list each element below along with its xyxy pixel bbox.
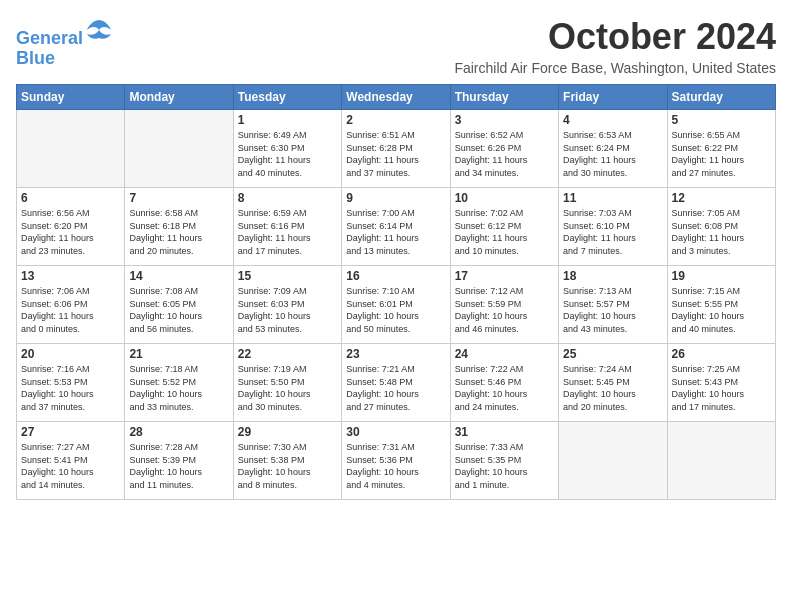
calendar-cell: 3Sunrise: 6:52 AM Sunset: 6:26 PM Daylig… bbox=[450, 110, 558, 188]
day-info: Sunrise: 7:30 AM Sunset: 5:38 PM Dayligh… bbox=[238, 441, 337, 491]
calendar-cell: 1Sunrise: 6:49 AM Sunset: 6:30 PM Daylig… bbox=[233, 110, 341, 188]
day-info: Sunrise: 7:08 AM Sunset: 6:05 PM Dayligh… bbox=[129, 285, 228, 335]
logo-blue-text: Blue bbox=[16, 49, 113, 69]
day-info: Sunrise: 7:09 AM Sunset: 6:03 PM Dayligh… bbox=[238, 285, 337, 335]
calendar-cell: 12Sunrise: 7:05 AM Sunset: 6:08 PM Dayli… bbox=[667, 188, 775, 266]
logo-text: General bbox=[16, 16, 113, 49]
day-info: Sunrise: 6:53 AM Sunset: 6:24 PM Dayligh… bbox=[563, 129, 662, 179]
calendar-cell: 18Sunrise: 7:13 AM Sunset: 5:57 PM Dayli… bbox=[559, 266, 667, 344]
day-info: Sunrise: 6:58 AM Sunset: 6:18 PM Dayligh… bbox=[129, 207, 228, 257]
calendar-week-row: 13Sunrise: 7:06 AM Sunset: 6:06 PM Dayli… bbox=[17, 266, 776, 344]
calendar-day-header: Wednesday bbox=[342, 85, 450, 110]
day-info: Sunrise: 6:55 AM Sunset: 6:22 PM Dayligh… bbox=[672, 129, 771, 179]
calendar-week-row: 20Sunrise: 7:16 AM Sunset: 5:53 PM Dayli… bbox=[17, 344, 776, 422]
calendar-day-header: Sunday bbox=[17, 85, 125, 110]
day-number: 4 bbox=[563, 113, 662, 127]
day-number: 3 bbox=[455, 113, 554, 127]
calendar-cell: 30Sunrise: 7:31 AM Sunset: 5:36 PM Dayli… bbox=[342, 422, 450, 500]
day-info: Sunrise: 7:05 AM Sunset: 6:08 PM Dayligh… bbox=[672, 207, 771, 257]
day-number: 20 bbox=[21, 347, 120, 361]
day-number: 17 bbox=[455, 269, 554, 283]
day-number: 12 bbox=[672, 191, 771, 205]
calendar-cell bbox=[17, 110, 125, 188]
day-number: 7 bbox=[129, 191, 228, 205]
calendar-day-header: Monday bbox=[125, 85, 233, 110]
day-info: Sunrise: 7:25 AM Sunset: 5:43 PM Dayligh… bbox=[672, 363, 771, 413]
page-header: General Blue October 2024 Fairchild Air … bbox=[16, 16, 776, 76]
location-title: Fairchild Air Force Base, Washington, Un… bbox=[454, 60, 776, 76]
calendar-cell: 26Sunrise: 7:25 AM Sunset: 5:43 PM Dayli… bbox=[667, 344, 775, 422]
calendar-cell: 24Sunrise: 7:22 AM Sunset: 5:46 PM Dayli… bbox=[450, 344, 558, 422]
day-info: Sunrise: 7:10 AM Sunset: 6:01 PM Dayligh… bbox=[346, 285, 445, 335]
day-info: Sunrise: 7:03 AM Sunset: 6:10 PM Dayligh… bbox=[563, 207, 662, 257]
calendar-cell bbox=[667, 422, 775, 500]
calendar-cell: 15Sunrise: 7:09 AM Sunset: 6:03 PM Dayli… bbox=[233, 266, 341, 344]
day-number: 16 bbox=[346, 269, 445, 283]
day-number: 19 bbox=[672, 269, 771, 283]
day-number: 30 bbox=[346, 425, 445, 439]
calendar-cell: 21Sunrise: 7:18 AM Sunset: 5:52 PM Dayli… bbox=[125, 344, 233, 422]
day-info: Sunrise: 7:13 AM Sunset: 5:57 PM Dayligh… bbox=[563, 285, 662, 335]
calendar-cell: 4Sunrise: 6:53 AM Sunset: 6:24 PM Daylig… bbox=[559, 110, 667, 188]
calendar-cell: 6Sunrise: 6:56 AM Sunset: 6:20 PM Daylig… bbox=[17, 188, 125, 266]
calendar-table: SundayMondayTuesdayWednesdayThursdayFrid… bbox=[16, 84, 776, 500]
month-title: October 2024 bbox=[454, 16, 776, 58]
day-number: 10 bbox=[455, 191, 554, 205]
day-number: 27 bbox=[21, 425, 120, 439]
day-info: Sunrise: 7:19 AM Sunset: 5:50 PM Dayligh… bbox=[238, 363, 337, 413]
day-number: 18 bbox=[563, 269, 662, 283]
day-info: Sunrise: 6:59 AM Sunset: 6:16 PM Dayligh… bbox=[238, 207, 337, 257]
day-info: Sunrise: 7:31 AM Sunset: 5:36 PM Dayligh… bbox=[346, 441, 445, 491]
day-info: Sunrise: 6:56 AM Sunset: 6:20 PM Dayligh… bbox=[21, 207, 120, 257]
calendar-header-row: SundayMondayTuesdayWednesdayThursdayFrid… bbox=[17, 85, 776, 110]
calendar-cell: 11Sunrise: 7:03 AM Sunset: 6:10 PM Dayli… bbox=[559, 188, 667, 266]
calendar-cell: 28Sunrise: 7:28 AM Sunset: 5:39 PM Dayli… bbox=[125, 422, 233, 500]
day-number: 2 bbox=[346, 113, 445, 127]
title-section: October 2024 Fairchild Air Force Base, W… bbox=[454, 16, 776, 76]
day-info: Sunrise: 7:12 AM Sunset: 5:59 PM Dayligh… bbox=[455, 285, 554, 335]
day-number: 25 bbox=[563, 347, 662, 361]
day-number: 15 bbox=[238, 269, 337, 283]
day-info: Sunrise: 6:49 AM Sunset: 6:30 PM Dayligh… bbox=[238, 129, 337, 179]
calendar-week-row: 27Sunrise: 7:27 AM Sunset: 5:41 PM Dayli… bbox=[17, 422, 776, 500]
day-info: Sunrise: 7:27 AM Sunset: 5:41 PM Dayligh… bbox=[21, 441, 120, 491]
day-number: 23 bbox=[346, 347, 445, 361]
calendar-cell: 10Sunrise: 7:02 AM Sunset: 6:12 PM Dayli… bbox=[450, 188, 558, 266]
logo-bird-icon bbox=[85, 16, 113, 44]
calendar-day-header: Friday bbox=[559, 85, 667, 110]
calendar-cell: 20Sunrise: 7:16 AM Sunset: 5:53 PM Dayli… bbox=[17, 344, 125, 422]
calendar-cell: 2Sunrise: 6:51 AM Sunset: 6:28 PM Daylig… bbox=[342, 110, 450, 188]
day-info: Sunrise: 7:21 AM Sunset: 5:48 PM Dayligh… bbox=[346, 363, 445, 413]
calendar-cell: 22Sunrise: 7:19 AM Sunset: 5:50 PM Dayli… bbox=[233, 344, 341, 422]
day-number: 5 bbox=[672, 113, 771, 127]
calendar-cell: 19Sunrise: 7:15 AM Sunset: 5:55 PM Dayli… bbox=[667, 266, 775, 344]
day-number: 21 bbox=[129, 347, 228, 361]
day-number: 6 bbox=[21, 191, 120, 205]
calendar-day-header: Saturday bbox=[667, 85, 775, 110]
calendar-cell: 7Sunrise: 6:58 AM Sunset: 6:18 PM Daylig… bbox=[125, 188, 233, 266]
day-info: Sunrise: 7:28 AM Sunset: 5:39 PM Dayligh… bbox=[129, 441, 228, 491]
day-number: 24 bbox=[455, 347, 554, 361]
day-number: 8 bbox=[238, 191, 337, 205]
calendar-cell: 23Sunrise: 7:21 AM Sunset: 5:48 PM Dayli… bbox=[342, 344, 450, 422]
calendar-cell: 13Sunrise: 7:06 AM Sunset: 6:06 PM Dayli… bbox=[17, 266, 125, 344]
logo: General Blue bbox=[16, 16, 113, 69]
calendar-cell: 16Sunrise: 7:10 AM Sunset: 6:01 PM Dayli… bbox=[342, 266, 450, 344]
calendar-week-row: 6Sunrise: 6:56 AM Sunset: 6:20 PM Daylig… bbox=[17, 188, 776, 266]
day-number: 29 bbox=[238, 425, 337, 439]
day-info: Sunrise: 7:00 AM Sunset: 6:14 PM Dayligh… bbox=[346, 207, 445, 257]
calendar-cell: 29Sunrise: 7:30 AM Sunset: 5:38 PM Dayli… bbox=[233, 422, 341, 500]
calendar-cell: 9Sunrise: 7:00 AM Sunset: 6:14 PM Daylig… bbox=[342, 188, 450, 266]
calendar-cell: 14Sunrise: 7:08 AM Sunset: 6:05 PM Dayli… bbox=[125, 266, 233, 344]
day-number: 28 bbox=[129, 425, 228, 439]
calendar-cell bbox=[125, 110, 233, 188]
day-number: 9 bbox=[346, 191, 445, 205]
calendar-cell: 31Sunrise: 7:33 AM Sunset: 5:35 PM Dayli… bbox=[450, 422, 558, 500]
day-info: Sunrise: 7:15 AM Sunset: 5:55 PM Dayligh… bbox=[672, 285, 771, 335]
day-info: Sunrise: 7:02 AM Sunset: 6:12 PM Dayligh… bbox=[455, 207, 554, 257]
day-number: 13 bbox=[21, 269, 120, 283]
day-info: Sunrise: 6:51 AM Sunset: 6:28 PM Dayligh… bbox=[346, 129, 445, 179]
day-number: 1 bbox=[238, 113, 337, 127]
day-info: Sunrise: 6:52 AM Sunset: 6:26 PM Dayligh… bbox=[455, 129, 554, 179]
calendar-cell: 27Sunrise: 7:27 AM Sunset: 5:41 PM Dayli… bbox=[17, 422, 125, 500]
